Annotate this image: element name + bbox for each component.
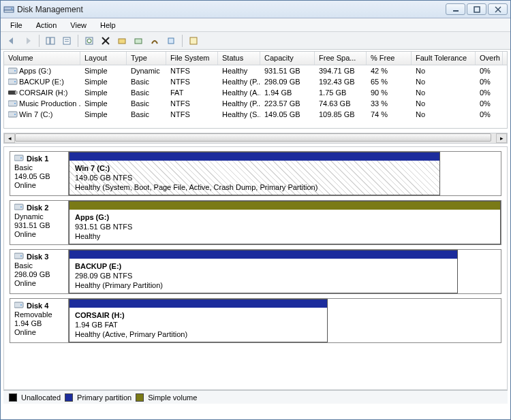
svg-point-15 [87,39,91,43]
volume-fault: No [412,66,476,76]
svg-rect-9 [46,37,50,44]
menu-action[interactable]: Action [31,20,63,31]
action2-button[interactable] [131,34,145,48]
partition-size: 931.51 GB NTFS [75,222,495,231]
volume-row[interactable]: BACKUP (E:)SimpleBasicNTFSHealthy (P...2… [4,76,507,87]
menu-help[interactable]: Help [95,20,121,31]
col-capacity[interactable]: Capacity [260,52,315,65]
col-volume[interactable]: Volume [4,52,80,65]
col-overhead[interactable]: Overh [476,52,503,65]
disk-icon [14,155,24,163]
disk-name: Disk 3 [27,253,48,261]
svg-rect-19 [135,39,142,44]
help-button[interactable] [187,34,200,48]
volume-status: Healthy (S... [218,110,260,119]
legend-simple-label: Simple volume [148,393,197,402]
svg-point-29 [14,103,16,104]
delete-button[interactable] [99,34,112,48]
volume-fs: NTFS [166,66,218,76]
volume-row[interactable]: Win 7 (C:)SimpleBasicNTFSHealthy (S...14… [4,109,507,120]
partition-title: Win 7 (C:) [75,163,434,173]
partition-box[interactable]: CORSAIR (H:) 1.94 GB FAT Healthy (Active… [69,299,328,342]
volume-type: Basic [127,77,166,86]
scroll-left-icon[interactable]: ◂ [4,133,15,143]
svg-rect-28 [8,101,17,106]
drive-icon [8,78,16,85]
forward-button[interactable] [21,34,35,48]
disk-info[interactable]: Disk 4 Removable 1.94 GB Online [10,299,69,342]
volume-fault: No [412,88,476,97]
action1-button[interactable] [115,34,129,48]
volume-capacity: 931.51 GB [260,66,315,76]
volume-layout: Simple [80,88,127,97]
partition-size: 149.05 GB NTFS [75,173,434,182]
menu-file[interactable]: File [5,20,28,31]
svg-rect-20 [168,38,174,44]
window-controls [446,3,508,15]
disk-info[interactable]: Disk 3 Basic 298.09 GB Online [10,250,69,293]
volume-status: Healthy (A... [218,88,260,97]
properties-button[interactable] [60,34,74,48]
col-layout[interactable]: Layout [80,52,127,65]
volume-type: Dynamic [127,66,166,76]
volume-over: 0% [476,99,503,108]
svg-rect-36 [14,253,23,259]
partition-box[interactable]: Win 7 (C:) 149.05 GB NTFS Healthy (Syste… [69,152,440,195]
col-type[interactable]: Type [127,52,166,65]
partition-status: Healthy (Primary Partition) [75,280,452,290]
maximize-button[interactable] [467,3,486,15]
split-scrollbar[interactable]: ◂ ▸ [3,133,508,144]
volume-status: Healthy (P... [218,99,260,108]
volume-name: Music Production ... [19,99,80,108]
col-freespace[interactable]: Free Spa... [315,52,367,65]
svg-rect-30 [8,112,17,117]
settings-button[interactable] [164,34,178,48]
legend-unallocated-label: Unallocated [21,393,61,402]
volume-fault: No [412,99,476,108]
svg-rect-10 [50,37,55,44]
disk-row: Disk 1 Basic 149.05 GB Online Win 7 (C:)… [10,151,501,196]
volume-row[interactable]: Music Production ...SimpleBasicNTFSHealt… [4,98,507,109]
refresh-button[interactable] [82,34,96,48]
svg-point-33 [20,157,22,159]
disk-name: Disk 1 [27,155,48,163]
partition-size: 1.94 GB FAT [75,320,322,329]
volume-over: 0% [476,88,503,97]
close-button[interactable] [488,3,508,15]
col-fault[interactable]: Fault Tolerance [412,52,476,65]
disk-kind: Removable [14,310,64,319]
menu-view[interactable]: View [65,20,92,31]
disk-row: Disk 2 Dynamic 931.51 GB Online Apps (G:… [10,200,501,245]
disk-info[interactable]: Disk 2 Dynamic 931.51 GB Online [10,201,69,244]
partition-box[interactable]: BACKUP (E:) 298.09 GB NTFS Healthy (Prim… [69,250,458,293]
back-button[interactable] [5,34,18,48]
minimize-button[interactable] [446,3,465,15]
disk-size: 298.09 GB [14,270,64,278]
svg-rect-38 [14,302,23,308]
disk-row: Disk 3 Basic 298.09 GB Online BACKUP (E:… [10,249,501,294]
drive-icon [8,100,16,107]
scroll-right-icon[interactable]: ▸ [496,133,507,143]
volume-row[interactable]: Apps (G:)SimpleDynamicNTFSHealthy931.51 … [4,65,507,76]
action3-button[interactable] [148,34,161,48]
svg-rect-1 [4,10,14,12]
volume-pctfree: 90 % [367,88,412,97]
legend-simple-swatch [136,393,144,402]
legend-primary-swatch [65,393,73,402]
show-hide-button[interactable] [44,34,57,48]
disk-icon [14,253,24,261]
svg-rect-22 [8,68,17,74]
col-filesystem[interactable]: File System [166,52,218,65]
col-pctfree[interactable]: % Free [367,52,412,65]
partition-status: Healthy [75,231,495,241]
volume-row[interactable]: CORSAIR (H:)SimpleBasicFATHealthy (A...1… [4,87,507,98]
partition-box[interactable]: Apps (G:) 931.51 GB NTFS Healthy [69,201,501,244]
partition-title: Apps (G:) [75,212,495,222]
volume-free: 192.43 GB [315,77,367,86]
col-status[interactable]: Status [218,52,260,65]
partition-title: BACKUP (E:) [75,261,452,271]
volume-fault: No [412,110,476,119]
partition-color-bar [69,152,439,161]
disk-info[interactable]: Disk 1 Basic 149.05 GB Online [10,152,69,195]
disk-kind: Basic [14,261,64,270]
